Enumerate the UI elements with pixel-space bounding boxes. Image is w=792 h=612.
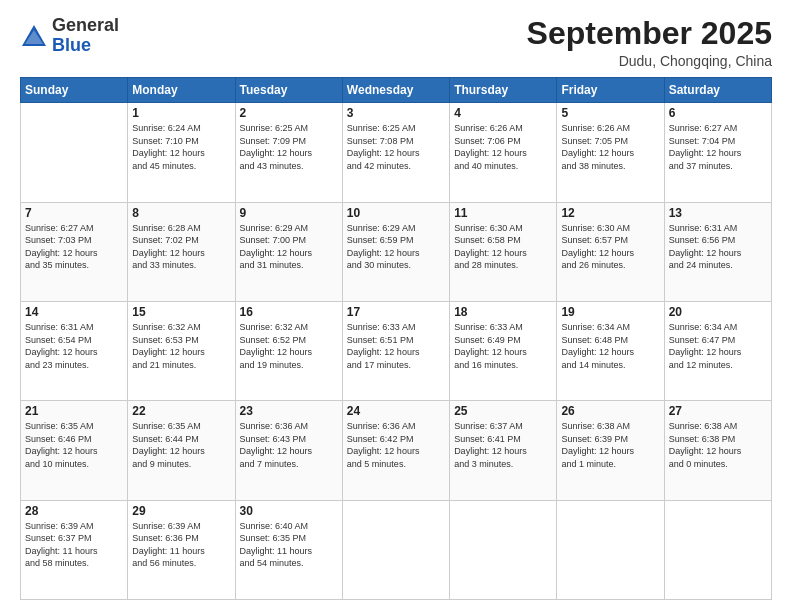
calendar-cell: 10Sunrise: 6:29 AM Sunset: 6:59 PM Dayli… bbox=[342, 202, 449, 301]
day-info: Sunrise: 6:27 AM Sunset: 7:04 PM Dayligh… bbox=[669, 122, 767, 172]
day-info: Sunrise: 6:39 AM Sunset: 6:36 PM Dayligh… bbox=[132, 520, 230, 570]
calendar-cell: 11Sunrise: 6:30 AM Sunset: 6:58 PM Dayli… bbox=[450, 202, 557, 301]
calendar-cell: 26Sunrise: 6:38 AM Sunset: 6:39 PM Dayli… bbox=[557, 401, 664, 500]
calendar-header-thursday: Thursday bbox=[450, 78, 557, 103]
day-info: Sunrise: 6:40 AM Sunset: 6:35 PM Dayligh… bbox=[240, 520, 338, 570]
calendar-header-wednesday: Wednesday bbox=[342, 78, 449, 103]
day-number: 1 bbox=[132, 106, 230, 120]
calendar-cell bbox=[557, 500, 664, 599]
calendar-cell bbox=[664, 500, 771, 599]
day-number: 29 bbox=[132, 504, 230, 518]
day-number: 10 bbox=[347, 206, 445, 220]
calendar-week-2: 7Sunrise: 6:27 AM Sunset: 7:03 PM Daylig… bbox=[21, 202, 772, 301]
calendar-cell: 23Sunrise: 6:36 AM Sunset: 6:43 PM Dayli… bbox=[235, 401, 342, 500]
calendar-cell: 25Sunrise: 6:37 AM Sunset: 6:41 PM Dayli… bbox=[450, 401, 557, 500]
logo: General Blue bbox=[20, 16, 119, 56]
calendar-cell: 19Sunrise: 6:34 AM Sunset: 6:48 PM Dayli… bbox=[557, 301, 664, 400]
calendar-cell: 12Sunrise: 6:30 AM Sunset: 6:57 PM Dayli… bbox=[557, 202, 664, 301]
calendar-cell: 27Sunrise: 6:38 AM Sunset: 6:38 PM Dayli… bbox=[664, 401, 771, 500]
calendar-cell: 13Sunrise: 6:31 AM Sunset: 6:56 PM Dayli… bbox=[664, 202, 771, 301]
location: Dudu, Chongqing, China bbox=[527, 53, 772, 69]
calendar-cell: 4Sunrise: 6:26 AM Sunset: 7:06 PM Daylig… bbox=[450, 103, 557, 202]
calendar-week-1: 1Sunrise: 6:24 AM Sunset: 7:10 PM Daylig… bbox=[21, 103, 772, 202]
day-number: 5 bbox=[561, 106, 659, 120]
calendar-header-friday: Friday bbox=[557, 78, 664, 103]
calendar-cell: 29Sunrise: 6:39 AM Sunset: 6:36 PM Dayli… bbox=[128, 500, 235, 599]
day-number: 30 bbox=[240, 504, 338, 518]
day-info: Sunrise: 6:30 AM Sunset: 6:57 PM Dayligh… bbox=[561, 222, 659, 272]
day-info: Sunrise: 6:39 AM Sunset: 6:37 PM Dayligh… bbox=[25, 520, 123, 570]
calendar-cell: 20Sunrise: 6:34 AM Sunset: 6:47 PM Dayli… bbox=[664, 301, 771, 400]
calendar-cell: 6Sunrise: 6:27 AM Sunset: 7:04 PM Daylig… bbox=[664, 103, 771, 202]
calendar-header-monday: Monday bbox=[128, 78, 235, 103]
day-info: Sunrise: 6:37 AM Sunset: 6:41 PM Dayligh… bbox=[454, 420, 552, 470]
day-info: Sunrise: 6:25 AM Sunset: 7:09 PM Dayligh… bbox=[240, 122, 338, 172]
calendar-cell: 15Sunrise: 6:32 AM Sunset: 6:53 PM Dayli… bbox=[128, 301, 235, 400]
day-number: 20 bbox=[669, 305, 767, 319]
day-info: Sunrise: 6:38 AM Sunset: 6:38 PM Dayligh… bbox=[669, 420, 767, 470]
title-block: September 2025 Dudu, Chongqing, China bbox=[527, 16, 772, 69]
calendar-cell: 22Sunrise: 6:35 AM Sunset: 6:44 PM Dayli… bbox=[128, 401, 235, 500]
calendar-week-4: 21Sunrise: 6:35 AM Sunset: 6:46 PM Dayli… bbox=[21, 401, 772, 500]
calendar-cell bbox=[342, 500, 449, 599]
calendar-header-saturday: Saturday bbox=[664, 78, 771, 103]
day-info: Sunrise: 6:27 AM Sunset: 7:03 PM Dayligh… bbox=[25, 222, 123, 272]
day-number: 23 bbox=[240, 404, 338, 418]
calendar-cell: 18Sunrise: 6:33 AM Sunset: 6:49 PM Dayli… bbox=[450, 301, 557, 400]
calendar-header-tuesday: Tuesday bbox=[235, 78, 342, 103]
calendar-cell: 14Sunrise: 6:31 AM Sunset: 6:54 PM Dayli… bbox=[21, 301, 128, 400]
calendar-cell: 28Sunrise: 6:39 AM Sunset: 6:37 PM Dayli… bbox=[21, 500, 128, 599]
day-info: Sunrise: 6:26 AM Sunset: 7:05 PM Dayligh… bbox=[561, 122, 659, 172]
calendar-cell: 21Sunrise: 6:35 AM Sunset: 6:46 PM Dayli… bbox=[21, 401, 128, 500]
day-info: Sunrise: 6:29 AM Sunset: 6:59 PM Dayligh… bbox=[347, 222, 445, 272]
day-info: Sunrise: 6:35 AM Sunset: 6:44 PM Dayligh… bbox=[132, 420, 230, 470]
day-number: 27 bbox=[669, 404, 767, 418]
day-info: Sunrise: 6:35 AM Sunset: 6:46 PM Dayligh… bbox=[25, 420, 123, 470]
month-title: September 2025 bbox=[527, 16, 772, 51]
day-number: 25 bbox=[454, 404, 552, 418]
calendar-cell: 2Sunrise: 6:25 AM Sunset: 7:09 PM Daylig… bbox=[235, 103, 342, 202]
day-number: 2 bbox=[240, 106, 338, 120]
calendar-cell: 17Sunrise: 6:33 AM Sunset: 6:51 PM Dayli… bbox=[342, 301, 449, 400]
header: General Blue September 2025 Dudu, Chongq… bbox=[20, 16, 772, 69]
day-info: Sunrise: 6:36 AM Sunset: 6:43 PM Dayligh… bbox=[240, 420, 338, 470]
day-info: Sunrise: 6:32 AM Sunset: 6:53 PM Dayligh… bbox=[132, 321, 230, 371]
calendar-header-sunday: Sunday bbox=[21, 78, 128, 103]
day-number: 28 bbox=[25, 504, 123, 518]
day-info: Sunrise: 6:34 AM Sunset: 6:47 PM Dayligh… bbox=[669, 321, 767, 371]
day-info: Sunrise: 6:29 AM Sunset: 7:00 PM Dayligh… bbox=[240, 222, 338, 272]
day-number: 11 bbox=[454, 206, 552, 220]
day-info: Sunrise: 6:30 AM Sunset: 6:58 PM Dayligh… bbox=[454, 222, 552, 272]
day-number: 16 bbox=[240, 305, 338, 319]
day-number: 9 bbox=[240, 206, 338, 220]
day-number: 13 bbox=[669, 206, 767, 220]
day-info: Sunrise: 6:33 AM Sunset: 6:51 PM Dayligh… bbox=[347, 321, 445, 371]
day-number: 3 bbox=[347, 106, 445, 120]
day-number: 19 bbox=[561, 305, 659, 319]
page: General Blue September 2025 Dudu, Chongq… bbox=[0, 0, 792, 612]
day-info: Sunrise: 6:36 AM Sunset: 6:42 PM Dayligh… bbox=[347, 420, 445, 470]
day-number: 15 bbox=[132, 305, 230, 319]
day-number: 24 bbox=[347, 404, 445, 418]
calendar-cell: 5Sunrise: 6:26 AM Sunset: 7:05 PM Daylig… bbox=[557, 103, 664, 202]
day-info: Sunrise: 6:24 AM Sunset: 7:10 PM Dayligh… bbox=[132, 122, 230, 172]
day-info: Sunrise: 6:38 AM Sunset: 6:39 PM Dayligh… bbox=[561, 420, 659, 470]
day-info: Sunrise: 6:32 AM Sunset: 6:52 PM Dayligh… bbox=[240, 321, 338, 371]
day-number: 14 bbox=[25, 305, 123, 319]
day-number: 18 bbox=[454, 305, 552, 319]
day-number: 17 bbox=[347, 305, 445, 319]
day-info: Sunrise: 6:33 AM Sunset: 6:49 PM Dayligh… bbox=[454, 321, 552, 371]
day-number: 26 bbox=[561, 404, 659, 418]
calendar-cell: 9Sunrise: 6:29 AM Sunset: 7:00 PM Daylig… bbox=[235, 202, 342, 301]
day-number: 7 bbox=[25, 206, 123, 220]
calendar-week-3: 14Sunrise: 6:31 AM Sunset: 6:54 PM Dayli… bbox=[21, 301, 772, 400]
day-info: Sunrise: 6:34 AM Sunset: 6:48 PM Dayligh… bbox=[561, 321, 659, 371]
calendar-cell: 7Sunrise: 6:27 AM Sunset: 7:03 PM Daylig… bbox=[21, 202, 128, 301]
day-number: 6 bbox=[669, 106, 767, 120]
day-number: 22 bbox=[132, 404, 230, 418]
calendar-table: SundayMondayTuesdayWednesdayThursdayFrid… bbox=[20, 77, 772, 600]
day-info: Sunrise: 6:26 AM Sunset: 7:06 PM Dayligh… bbox=[454, 122, 552, 172]
calendar-week-5: 28Sunrise: 6:39 AM Sunset: 6:37 PM Dayli… bbox=[21, 500, 772, 599]
calendar-cell: 1Sunrise: 6:24 AM Sunset: 7:10 PM Daylig… bbox=[128, 103, 235, 202]
calendar-cell: 3Sunrise: 6:25 AM Sunset: 7:08 PM Daylig… bbox=[342, 103, 449, 202]
